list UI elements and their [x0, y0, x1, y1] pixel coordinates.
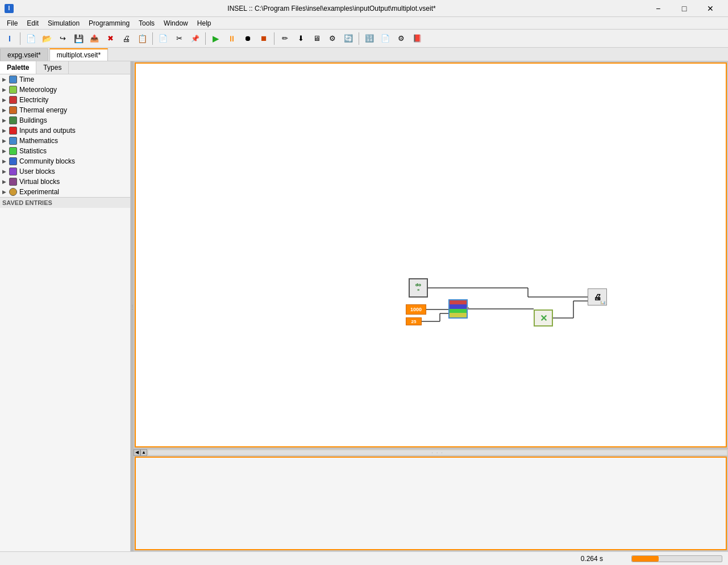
- merge-block[interactable]: [448, 299, 468, 319]
- sidebar-item-mathematics[interactable]: ▶ Mathematics: [0, 136, 130, 146]
- monitor-button[interactable]: 🖥: [309, 31, 324, 46]
- tab-expg[interactable]: expg.vseit*: [0, 48, 48, 61]
- expand-arrow-thermal: ▶: [2, 107, 9, 113]
- sidebar-tab-types[interactable]: Types: [36, 61, 69, 74]
- icon-experimental: [9, 188, 17, 196]
- expand-arrow-io: ▶: [2, 128, 9, 133]
- menu-simulation[interactable]: Simulation: [43, 18, 84, 28]
- resize-handle[interactable]: [131, 61, 134, 551]
- canvas-scroll-horizontal[interactable]: ◀ ▲ · · ·: [134, 449, 728, 455]
- download-button[interactable]: ⬇: [293, 31, 308, 46]
- sidebar-item-electricity[interactable]: ▶ Electricity: [0, 95, 130, 105]
- expand-arrow-electricity: ▶: [2, 97, 9, 103]
- main-content: Palette Types ▶ Time ▶ Meteorology ▶ Ele…: [0, 61, 728, 551]
- icon-statistics: [9, 147, 17, 155]
- sidebar-tab-bar: Palette Types: [0, 61, 130, 74]
- const1-block[interactable]: 1000: [406, 304, 426, 315]
- canvas-container: do≡ 1000 25 ✕ 🖨 📊: [134, 61, 728, 551]
- saved-entries-section: SAVED ENTRIES: [0, 197, 130, 208]
- export-button[interactable]: 📤: [87, 31, 102, 46]
- expand-arrow-buildings: ▶: [2, 118, 9, 123]
- refresh-button[interactable]: 🔄: [341, 31, 356, 46]
- copy-button[interactable]: 📄: [156, 31, 170, 46]
- pdf-button[interactable]: 📕: [410, 31, 425, 46]
- edit-mode-button[interactable]: ✏: [277, 31, 292, 46]
- config2-button[interactable]: ⚙: [394, 31, 409, 46]
- app-logo-btn[interactable]: I: [2, 31, 17, 46]
- menu-programming[interactable]: Programming: [84, 18, 134, 28]
- sidebar-item-meteorology[interactable]: ▶ Meteorology: [0, 85, 130, 95]
- copy-doc-button[interactable]: 📋: [135, 31, 149, 46]
- stop-red-button[interactable]: ✖: [103, 31, 118, 46]
- sidebar-item-user-blocks[interactable]: ▶ User blocks: [0, 166, 130, 177]
- doc-button[interactable]: 📄: [378, 31, 393, 46]
- sidebar-item-statistics[interactable]: ▶ Statistics: [0, 146, 130, 156]
- icon-community: [9, 157, 17, 165]
- run-button[interactable]: ▶: [209, 31, 223, 46]
- scroll-up-arrow2[interactable]: ▲: [140, 449, 147, 456]
- tabsbar: expg.vseit* multiplot.vseit*: [0, 48, 728, 61]
- pause-button[interactable]: ⏸: [224, 31, 239, 46]
- sep5: [359, 32, 359, 45]
- sidebar-item-buildings[interactable]: ▶ Buildings: [0, 115, 130, 125]
- sidebar-item-experimental[interactable]: ▶ Experimental: [0, 187, 130, 197]
- open-button[interactable]: 📂: [39, 31, 54, 46]
- multiply-block[interactable]: ✕: [534, 309, 553, 327]
- sidebar-item-io[interactable]: ▶ Inputs and outputs: [0, 125, 130, 136]
- print-block[interactable]: 🖨 📊: [588, 288, 607, 305]
- sidebar-item-time[interactable]: ▶ Time: [0, 74, 130, 85]
- do-block[interactable]: do≡: [409, 278, 428, 298]
- icon-buildings: [9, 116, 17, 124]
- minimize-button[interactable]: −: [645, 0, 671, 17]
- sep3: [205, 32, 206, 45]
- maximize-button[interactable]: □: [671, 0, 697, 17]
- new-button[interactable]: 📄: [23, 31, 38, 46]
- tab-multiplot[interactable]: multiplot.vseit*: [49, 48, 108, 61]
- icon-io: [9, 127, 17, 135]
- sidebar-tab-palette[interactable]: Palette: [0, 61, 36, 74]
- paste-button[interactable]: 📌: [188, 31, 202, 46]
- canvas-main[interactable]: do≡ 1000 25 ✕ 🖨 📊: [135, 62, 727, 447]
- icon-virtual: [9, 178, 17, 186]
- expand-arrow-user: ▶: [2, 169, 9, 174]
- scroll-dots: · · ·: [431, 450, 443, 455]
- icon-user: [9, 168, 17, 175]
- step-button[interactable]: ⏺: [240, 31, 255, 46]
- sep1: [20, 32, 20, 45]
- titlebar: I INSEL :: C:\Program Files\insel\exampl…: [0, 0, 728, 17]
- calc-button[interactable]: 🔢: [362, 31, 377, 46]
- menu-help[interactable]: Help: [193, 18, 216, 28]
- icon-electricity: [9, 96, 17, 104]
- sidebar-item-community[interactable]: ▶ Community blocks: [0, 156, 130, 166]
- const2-block[interactable]: 25: [406, 317, 422, 325]
- cut-button[interactable]: ✂: [172, 31, 186, 46]
- sidebar-item-thermal[interactable]: ▶ Thermal energy: [0, 105, 130, 115]
- redirect-button[interactable]: ↪: [55, 31, 70, 46]
- icon-time: [9, 76, 17, 83]
- window-controls: − □ ✕: [645, 0, 723, 17]
- expand-arrow-experimental: ▶: [2, 189, 9, 195]
- sidebar: Palette Types ▶ Time ▶ Meteorology ▶ Ele…: [0, 61, 131, 551]
- scroll-track-h[interactable]: · · ·: [148, 450, 727, 455]
- menu-file[interactable]: File: [2, 18, 22, 28]
- canvas-bottom: [135, 457, 727, 550]
- icon-thermal: [9, 106, 17, 114]
- print-button[interactable]: 🖨: [119, 31, 134, 46]
- save-button[interactable]: 💾: [71, 31, 86, 46]
- menu-edit[interactable]: Edit: [22, 18, 43, 28]
- progress-fill: [632, 556, 659, 562]
- progress-bar: [631, 555, 722, 562]
- menu-window[interactable]: Window: [159, 18, 193, 28]
- sep4: [274, 32, 274, 45]
- scroll-left-arrow[interactable]: ◀: [134, 449, 140, 456]
- gear-button[interactable]: ⚙: [325, 31, 340, 46]
- close-button[interactable]: ✕: [697, 0, 723, 17]
- abort-button[interactable]: ⏹: [256, 31, 271, 46]
- expand-arrow-community: ▶: [2, 158, 9, 164]
- expand-arrow-virtual: ▶: [2, 179, 9, 185]
- sidebar-item-virtual[interactable]: ▶ Virtual blocks: [0, 177, 130, 187]
- wire-svg: [136, 64, 726, 446]
- menu-tools[interactable]: Tools: [134, 18, 159, 28]
- icon-mathematics: [9, 137, 17, 145]
- expand-arrow-statistics: ▶: [2, 148, 9, 154]
